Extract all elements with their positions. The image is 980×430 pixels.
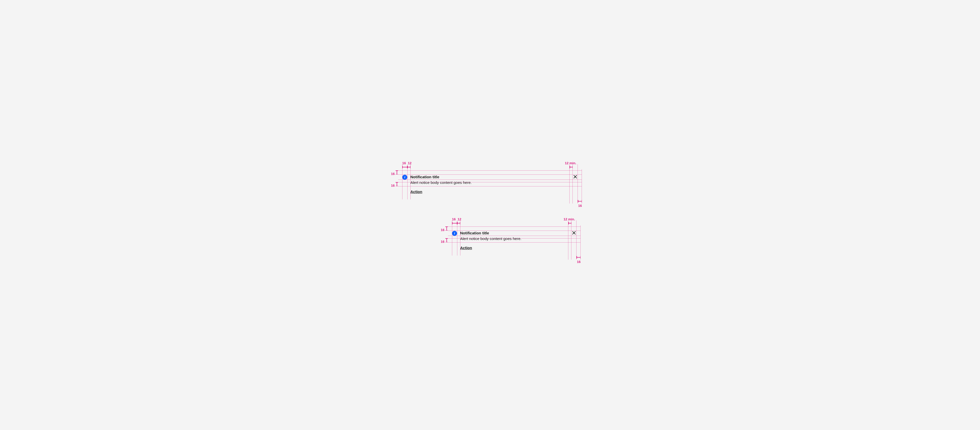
spec-label-icon-left-gap: 16 bbox=[402, 161, 406, 165]
close-button[interactable] bbox=[573, 175, 578, 180]
notification-body: Alert notice body content goes here. bbox=[410, 180, 570, 185]
notification-title: Notification title bbox=[410, 175, 570, 179]
close-button[interactable] bbox=[571, 231, 576, 236]
spec-label-icon-right-gap: 12 bbox=[458, 217, 461, 221]
spec-label-top-pad: 16 bbox=[391, 172, 395, 176]
close-icon bbox=[572, 231, 576, 236]
close-icon bbox=[573, 175, 577, 180]
notification-title: Notification title bbox=[460, 230, 568, 236]
notification-wide: i Notification title Alert notice body c… bbox=[398, 170, 582, 198]
spec-label-top-pad: 16 bbox=[441, 228, 444, 232]
notification-content: Notification title Alert notice body con… bbox=[410, 175, 570, 194]
notification-action-link[interactable]: Action bbox=[410, 189, 422, 194]
notification-spec-narrow: 16 12 16 16 12 min. 16 i Notification ti… bbox=[448, 227, 581, 254]
notification-narrow: i Notification title Alert notice body c… bbox=[448, 227, 581, 254]
spec-label-right-pad: 16 bbox=[578, 204, 582, 208]
spec-label-icon-right-gap: 12 bbox=[408, 161, 411, 165]
info-icon: i bbox=[402, 175, 407, 180]
notification-action-link[interactable]: Action bbox=[460, 245, 472, 251]
spec-label-action-gap: 16 bbox=[441, 240, 444, 244]
spec-label-right-pad: 16 bbox=[577, 260, 581, 264]
spec-label-close-gap: 12 min. bbox=[563, 217, 575, 221]
notification-body: Alert notice body content goes here. bbox=[460, 236, 568, 241]
notification-spec-wide: 16 12 16 16 12 min. 16 i Notification ti… bbox=[398, 170, 582, 198]
spec-label-action-gap: 16 bbox=[391, 184, 395, 187]
spec-label-close-gap: 12 min. bbox=[565, 161, 576, 165]
spec-label-icon-left-gap: 16 bbox=[452, 217, 455, 221]
notification-content: Notification title Alert notice body con… bbox=[460, 230, 568, 251]
info-icon: i bbox=[452, 231, 457, 236]
